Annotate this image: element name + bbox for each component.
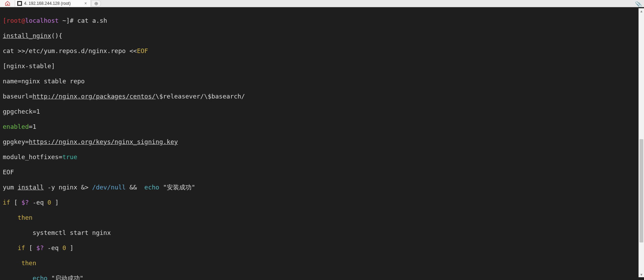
code-line: [nginx-stable] bbox=[3, 62, 641, 70]
tab-bar: 4. 192.168.244.128 (root) × ⊕ 📎 bbox=[0, 0, 644, 7]
scroll-thumb[interactable] bbox=[640, 139, 643, 242]
vertical-scrollbar[interactable]: ▲ ▼ bbox=[638, 8, 644, 277]
scroll-up-icon[interactable]: ▲ bbox=[639, 8, 644, 14]
paperclip-icon[interactable]: 📎 bbox=[635, 1, 642, 8]
prompt-line: [root@localhost ~]# cat a.sh bbox=[3, 17, 641, 24]
terminal-icon bbox=[17, 1, 22, 6]
home-icon bbox=[5, 1, 10, 6]
code-line: name=nginx stable repo bbox=[3, 77, 641, 85]
code-line: echo "启动成功" bbox=[3, 274, 641, 280]
code-line: gpgkey=https://nginx.org/keys/nginx_sign… bbox=[3, 138, 641, 146]
code-line: if [ $? -eq 0 ] bbox=[3, 244, 641, 252]
code-line: gpgcheck=1 bbox=[3, 108, 641, 115]
code-line: systemctl start nginx bbox=[3, 229, 641, 237]
app-window: 4. 192.168.244.128 (root) × ⊕ 📎 [root@lo… bbox=[0, 0, 644, 280]
code-line: cat >>/etc/yum.repos.d/nginx.repo <<EOF bbox=[3, 47, 641, 55]
code-line: install_nginx(){ bbox=[3, 32, 641, 40]
code-line: if [ $? -eq 0 ] bbox=[3, 199, 641, 206]
code-line: module_hotfixes=true bbox=[3, 153, 641, 161]
close-icon[interactable]: × bbox=[84, 1, 88, 6]
scroll-down-icon[interactable]: ▼ bbox=[639, 272, 644, 277]
code-line: then bbox=[3, 259, 641, 267]
code-line: EOF bbox=[3, 168, 641, 176]
code-line: then bbox=[3, 214, 641, 221]
tab-session[interactable]: 4. 192.168.244.128 (root) × bbox=[15, 0, 91, 7]
terminal-output[interactable]: [root@localhost ~]# cat a.sh install_ngi… bbox=[0, 7, 644, 280]
code-line: yum install -y nginx &> /dev/null && ech… bbox=[3, 184, 641, 191]
code-line: baseurl=http://nginx.org/packages/centos… bbox=[3, 93, 641, 100]
new-tab-button[interactable]: ⊕ bbox=[91, 0, 101, 7]
code-line: enabled=1 bbox=[3, 123, 641, 131]
home-tab[interactable] bbox=[0, 0, 15, 7]
tab-title: 4. 192.168.244.128 (root) bbox=[24, 1, 70, 6]
